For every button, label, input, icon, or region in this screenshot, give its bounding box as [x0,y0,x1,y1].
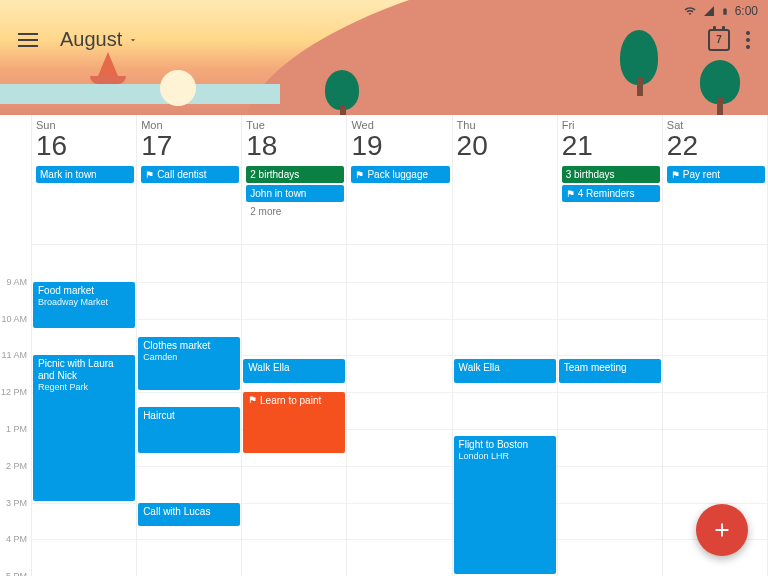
menu-icon[interactable] [18,33,38,47]
hour-gridline [663,355,767,356]
day-column[interactable]: Fri213 birthdays4 RemindersTeam meeting [558,115,663,576]
chevron-down-icon [128,35,138,45]
day-hours[interactable] [347,245,451,576]
status-bar: 6:00 [683,4,758,18]
day-number: 16 [36,131,134,162]
header-illustration [717,98,723,115]
hour-gridline [453,355,557,356]
header-illustration [90,76,126,84]
wifi-icon [683,5,697,17]
hour-gridline [32,503,136,504]
day-number: 17 [141,131,239,162]
day-number: 19 [351,131,449,162]
day-number: 21 [562,131,660,162]
hour-gridline [242,355,346,356]
hour-gridline [558,539,662,540]
calendar-grid: 9 AM10 AM11 AM12 PM1 PM2 PM3 PM4 PM5 PM … [0,115,768,576]
timed-event[interactable]: Walk Ella [243,359,345,383]
hour-gridline [347,319,451,320]
allday-event-chip[interactable]: 2 birthdays [246,166,344,183]
timed-event[interactable]: Flight to BostonLondon LHR [454,436,556,574]
today-button[interactable]: 7 [708,29,730,51]
day-hours[interactable]: Walk EllaFlight to BostonLondon LHR [453,245,557,576]
day-hours[interactable]: Team meeting [558,245,662,576]
plus-icon [711,519,733,541]
hour-gridline [32,539,136,540]
hour-gridline [453,319,557,320]
timed-event[interactable]: Food marketBroadway Market [33,282,135,328]
hour-gridline [663,282,767,283]
create-event-fab[interactable] [696,504,748,556]
timed-event[interactable]: Call with Lucas [138,503,240,527]
timed-event[interactable]: Team meeting [559,359,661,383]
day-column[interactable]: Mon17Call dentistClothes marketCamdenHai… [137,115,242,576]
time-label: 1 PM [6,424,27,434]
day-column[interactable]: Tue182 birthdaysJohn in town2 moreWalk E… [242,115,347,576]
day-header: Mon17Call dentist [137,115,241,245]
hour-gridline [558,319,662,320]
day-hours[interactable]: Walk Ella Learn to paint [242,245,346,576]
hour-gridline [242,503,346,504]
header-illustration [98,52,118,76]
allday-event-chip[interactable]: Call dentist [141,166,239,183]
hour-gridline [347,392,451,393]
hour-gridline [453,392,557,393]
month-selector[interactable]: August [60,28,138,51]
time-label: 5 PM [6,571,27,576]
hour-gridline [453,282,557,283]
hour-gridline [663,429,767,430]
time-label: 4 PM [6,534,27,544]
battery-icon [721,5,729,18]
day-column[interactable]: Thu20Walk EllaFlight to BostonLondon LHR [453,115,558,576]
allday-event-chip[interactable]: Pack luggage [351,166,449,183]
days-container: Sun16Mark in townFood marketBroadway Mar… [32,115,768,576]
day-header: Sun16Mark in town [32,115,136,245]
header-illustration [0,84,280,104]
day-column[interactable]: Sun16Mark in townFood marketBroadway Mar… [32,115,137,576]
hour-gridline [347,539,451,540]
header-illustration [325,70,359,110]
hour-gridline [347,282,451,283]
time-label: 12 PM [1,387,27,397]
hour-gridline [137,539,241,540]
day-number: 18 [246,131,344,162]
day-header: Tue182 birthdaysJohn in town2 more [242,115,346,245]
header-illustration [340,106,346,115]
day-column[interactable]: Wed19Pack luggage [347,115,452,576]
allday-event-chip[interactable]: John in town [246,185,344,202]
allday-event-chip[interactable]: Mark in town [36,166,134,183]
hour-gridline [137,392,241,393]
header-illustration [637,78,643,96]
timed-event[interactable]: Picnic with Laura and NickRegent Park [33,355,135,500]
day-hours[interactable]: Food marketBroadway MarketPicnic with La… [32,245,136,576]
hour-gridline [663,503,767,504]
hour-gridline [558,429,662,430]
timed-event[interactable]: Walk Ella [454,359,556,383]
hour-gridline [453,429,557,430]
hour-gridline [558,355,662,356]
hour-gridline [347,503,451,504]
hour-gridline [137,282,241,283]
day-header: Thu20 [453,115,557,245]
allday-event-chip[interactable]: 4 Reminders [562,185,660,202]
hour-gridline [242,539,346,540]
timed-event[interactable]: Learn to paint [243,392,345,453]
day-number: 20 [457,131,555,162]
more-events-link[interactable]: 2 more [246,204,344,219]
timed-event[interactable]: Clothes marketCamden [138,337,240,390]
day-header: Fri213 birthdays4 Reminders [558,115,662,245]
day-hours[interactable]: Clothes marketCamdenHaircutCall with Luc… [137,245,241,576]
day-number: 22 [667,131,765,162]
hour-gridline [663,319,767,320]
hour-gridline [242,466,346,467]
hour-gridline [347,355,451,356]
overflow-menu-icon[interactable] [746,31,750,49]
month-label: August [60,28,122,51]
signal-icon [703,5,715,17]
allday-event-chip[interactable]: Pay rent [667,166,765,183]
time-label: 10 AM [1,314,27,324]
timed-event[interactable]: Haircut [138,407,240,453]
hour-gridline [663,392,767,393]
allday-event-chip[interactable]: 3 birthdays [562,166,660,183]
time-label: 3 PM [6,498,27,508]
